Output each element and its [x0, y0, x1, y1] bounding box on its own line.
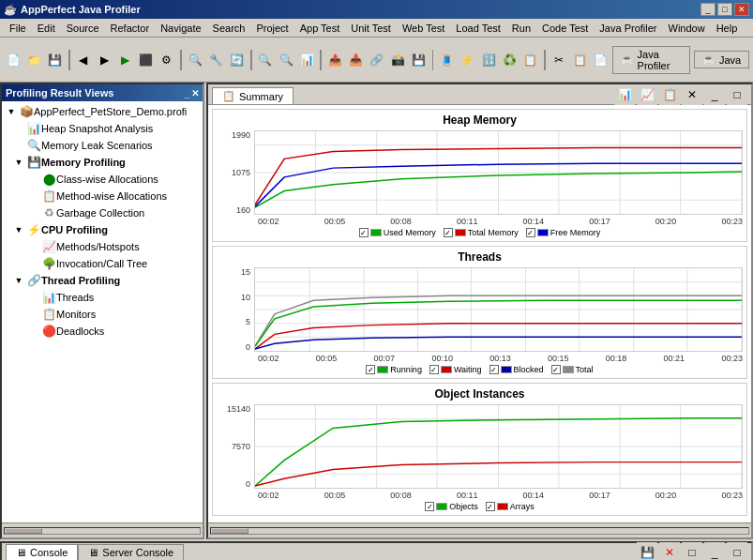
heap-used-check[interactable]: ✓ — [359, 228, 369, 237]
tree-class-alloc[interactable]: ⬤ Class-wise Allocations — [26, 171, 201, 188]
heap-chart-svg — [255, 131, 742, 214]
menu-source[interactable]: Source — [61, 21, 105, 36]
console-panel-header: 🖥 Console 🖥 Server Console 💾 ✕ □ _ □ — [0, 541, 753, 560]
close-button[interactable]: ✕ — [734, 3, 749, 16]
class-expand-icon — [26, 172, 41, 187]
heap-x1: 00:02 — [258, 217, 279, 226]
toolbar-chart[interactable]: 📊 — [297, 50, 316, 70]
menu-file[interactable]: File — [4, 21, 32, 36]
panel-header: Profiling Result Views _ ✕ — [2, 84, 203, 101]
toolbar-heap[interactable]: 🔢 — [479, 50, 498, 70]
tree-method-alloc[interactable]: 📋 Method-wise Allocations — [26, 188, 201, 204]
tree-memory-leak[interactable]: 🔍 Memory Leak Scenarios — [11, 137, 201, 154]
heap-x8: 00:23 — [721, 217, 743, 226]
toolbar-new[interactable]: 📄 — [4, 50, 23, 70]
tree-invocation[interactable]: 🌳 Invocation/Call Tree — [26, 255, 201, 272]
console-maximize-btn[interactable]: □ — [727, 542, 747, 560]
menu-webtest[interactable]: Web Test — [397, 21, 450, 36]
toolbar-memory[interactable]: 💾 — [409, 50, 428, 70]
panel-btn1[interactable]: 📊 — [614, 84, 635, 105]
waiting-check[interactable]: ✓ — [429, 365, 439, 374]
toolbar-zoom-out[interactable]: 🔍 — [277, 50, 295, 70]
heap-memory-chart: Heap Memory 1990 1075 160 KB — [212, 109, 747, 242]
maximize-button[interactable]: □ — [717, 3, 732, 16]
heap-free-check[interactable]: ✓ — [526, 228, 535, 237]
tree-garbage[interactable]: ♻ Garbage Collection — [26, 204, 201, 221]
running-check[interactable]: ✓ — [366, 365, 375, 374]
toolbar-cpu[interactable]: ⚡ — [459, 50, 477, 70]
tree-heap-snapshot[interactable]: 📊 Heap Snapshot Analysis — [11, 120, 201, 137]
right-panel-hscrollbar[interactable] — [208, 522, 751, 537]
toolbar-connect[interactable]: 🔗 — [368, 50, 386, 70]
toolbar-extra1[interactable]: 📋 — [521, 50, 540, 70]
console-clear-btn[interactable]: ✕ — [659, 542, 680, 560]
menu-loadtest[interactable]: Load Test — [450, 21, 506, 36]
menu-refactor[interactable]: Refactor — [105, 21, 156, 36]
tree-thread-profiling[interactable]: ▼ 🔗 Thread Profiling — [11, 272, 201, 289]
toolbar-save[interactable]: 💾 — [46, 50, 65, 70]
tree-container: ▼ 📦 AppPerfect_PetStore_Demo.profi 📊 Hea… — [2, 101, 203, 341]
threads-x1: 00:02 — [258, 354, 279, 363]
console-minimize-btn[interactable]: _ — [704, 542, 725, 560]
objects-check[interactable]: ✓ — [425, 502, 434, 511]
total-check[interactable]: ✓ — [551, 365, 561, 374]
toolbar-import[interactable]: 📥 — [347, 50, 366, 70]
panel-btn3[interactable]: 📋 — [659, 84, 680, 105]
panel-btn6[interactable]: □ — [727, 84, 747, 105]
toolbar-zoom-in[interactable]: 🔍 — [256, 50, 275, 70]
toolbar-forward[interactable]: ▶ — [95, 50, 113, 70]
console-copy-btn[interactable]: □ — [682, 542, 702, 560]
panel-close-btn[interactable]: ✕ — [191, 88, 199, 98]
tree-cpu-profiling[interactable]: ▼ ⚡ CPU Profiling — [11, 221, 201, 238]
threads-legend-total: ✓ Total — [551, 365, 594, 374]
tree-methods-hotspots[interactable]: 📈 Methods/Hotspots — [26, 238, 201, 255]
toolbar-run[interactable]: ▶ — [115, 50, 134, 70]
panel-minimize-btn[interactable]: _ — [184, 88, 189, 98]
menu-help[interactable]: Help — [711, 21, 744, 36]
toolbar-search[interactable]: 🔍 — [186, 50, 204, 70]
menu-apptest[interactable]: App Test — [294, 21, 346, 36]
console-tab[interactable]: 🖥 Console — [6, 544, 78, 560]
menu-edit[interactable]: Edit — [32, 21, 61, 36]
panel-btn2[interactable]: 📈 — [637, 84, 657, 105]
tree-root[interactable]: ▼ 📦 AppPerfect_PetStore_Demo.profi — [4, 103, 201, 120]
toolbar-paste[interactable]: 📄 — [591, 50, 610, 70]
menu-run[interactable]: Run — [506, 21, 536, 36]
tree-memory-profiling[interactable]: ▼ 💾 Memory Profiling — [11, 154, 201, 171]
toolbar-gc[interactable]: ♻️ — [500, 50, 519, 70]
toolbar-filter[interactable]: 🔧 — [206, 50, 225, 70]
panel-btn4[interactable]: ✕ — [682, 84, 702, 105]
toolbar-threads[interactable]: 🧵 — [437, 50, 456, 70]
server-console-icon: 🖥 — [88, 547, 98, 558]
tree-monitors[interactable]: 📋 Monitors — [26, 306, 201, 323]
panel-btn5[interactable]: _ — [704, 84, 725, 105]
menu-project[interactable]: Project — [250, 21, 294, 36]
toolbar-copy[interactable]: 📋 — [570, 50, 589, 70]
menu-window[interactable]: Window — [663, 21, 711, 36]
minimize-button[interactable]: _ — [700, 3, 715, 16]
arrays-check[interactable]: ✓ — [486, 502, 495, 511]
menu-navigate[interactable]: Navigate — [155, 21, 206, 36]
tree-deadlocks[interactable]: 🔴 Deadlocks — [26, 323, 201, 340]
toolbar-back[interactable]: ◀ — [74, 50, 93, 70]
toolbar-stop[interactable]: ⬛ — [137, 50, 156, 70]
blocked-check[interactable]: ✓ — [489, 365, 499, 374]
heap-total-check[interactable]: ✓ — [444, 228, 453, 237]
toolbar-cut[interactable]: ✂ — [550, 50, 568, 70]
toolbar-settings[interactable]: ⚙ — [158, 50, 176, 70]
tree-threads[interactable]: 📊 Threads — [26, 289, 201, 306]
menu-codetest[interactable]: Code Test — [536, 21, 594, 36]
toolbar-export[interactable]: 📤 — [325, 50, 344, 70]
console-save-btn[interactable]: 💾 — [637, 542, 657, 560]
menu-javaprofiler[interactable]: Java Profiler — [594, 21, 662, 36]
left-panel-scrollbar[interactable] — [2, 522, 203, 537]
menu-search[interactable]: Search — [207, 21, 251, 36]
toolbar-open[interactable]: 📁 — [24, 50, 43, 70]
menu-unittest[interactable]: Unit Test — [345, 21, 397, 36]
toolbar-snapshot[interactable]: 📸 — [388, 50, 407, 70]
summary-tab[interactable]: 📋 Summary — [212, 87, 294, 104]
server-console-tab[interactable]: 🖥 Server Console — [78, 544, 184, 560]
toolbar-sep1 — [68, 50, 70, 70]
toolbar-refresh[interactable]: 🔄 — [227, 50, 246, 70]
heap-x6: 00:17 — [589, 217, 610, 226]
